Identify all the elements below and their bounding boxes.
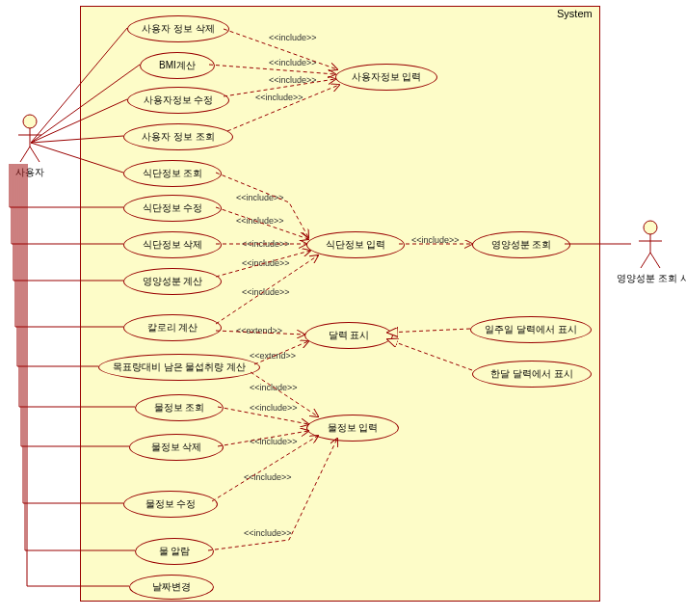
usecase-input-water: 물정보 입력	[306, 415, 399, 442]
stereo-include-water-3: <<include>>	[249, 437, 299, 446]
stereo-include-3: <<include>>	[268, 75, 318, 85]
stereo-include-diet-1: <<include>>	[235, 193, 285, 202]
stereo-include-water-2: <<include>>	[249, 403, 299, 413]
stereo-include-diet-5: <<include>>	[241, 287, 291, 297]
usecase-view-nutrition: 영양성분 조회	[472, 231, 570, 258]
stereo-include-water-5: <<include>>	[243, 528, 293, 538]
usecase-view-water: 물정보 조회	[135, 394, 224, 421]
stereo-include-nutrition-view: <<include>>	[410, 235, 461, 245]
usecase-edit-user: 사용자정보 수정	[127, 87, 229, 114]
usecase-input-user: 사용자정보 입력	[335, 64, 437, 91]
usecase-water-alarm: 물 알람	[135, 538, 214, 565]
actor-user: 사용자	[6, 114, 54, 179]
stereo-include-diet-3: <<include>>	[241, 239, 291, 249]
actor-nutrition-system: 영양성분 조회 시스템	[617, 220, 684, 285]
usecase-edit-water: 물정보 수정	[123, 491, 218, 518]
usecase-view-diet: 식단정보 조회	[123, 160, 222, 187]
svg-line-9	[650, 253, 660, 268]
stereo-include-4: <<include>>	[254, 93, 304, 102]
usecase-calc-nutrition: 영양성분 계산	[123, 268, 222, 295]
usecase-delete-diet: 식단정보 삭제	[123, 231, 222, 258]
stereo-include-2: <<include>>	[268, 58, 318, 67]
actor-user-label: 사용자	[6, 166, 54, 179]
svg-point-0	[23, 115, 37, 128]
usecase-calc-calorie: 칼로리 계산	[123, 314, 222, 341]
stereo-extend-2: <<extend>>	[249, 351, 297, 361]
svg-line-8	[641, 253, 650, 268]
svg-point-5	[644, 221, 657, 234]
actor-nutrition-system-label: 영양성분 조회 시스템	[617, 272, 684, 285]
usecase-edit-diet: 식단정보 수정	[123, 195, 222, 222]
usecase-calendar-show: 달력 표시	[304, 322, 393, 349]
stereo-include-water-1: <<include>>	[249, 383, 299, 392]
usecase-view-user: 사용자 정보 조회	[123, 123, 233, 150]
diagram-canvas: System 사용자 영양성분 조회 시스템 사용자 정보 삭제 BMI계산 사…	[0, 0, 686, 616]
usecase-bmi-calc: BMI계산	[140, 52, 215, 79]
usecase-month-calendar: 한달 달력에서 표시	[472, 361, 592, 388]
usecase-input-diet: 식단정보 입력	[306, 231, 405, 258]
svg-line-3	[20, 147, 30, 162]
usecase-delete-user: 사용자 정보 삭제	[127, 15, 229, 42]
stereo-include-diet-2: <<include>>	[235, 216, 285, 226]
stereo-include-diet-4: <<include>>	[241, 258, 291, 268]
usecase-change-date: 날짜변경	[129, 575, 214, 600]
usecase-goal-water: 목표량대비 남은 물섭취량 계산	[98, 354, 260, 381]
system-label: System	[557, 8, 593, 19]
usecase-week-calendar: 일주일 달력에서 표시	[470, 316, 592, 343]
svg-line-4	[30, 147, 40, 162]
stereo-extend-1: <<extend>>	[235, 326, 283, 335]
usecase-delete-water: 물정보 삭제	[129, 434, 224, 461]
stereo-include-1: <<include>>	[268, 33, 318, 42]
stereo-include-water-4: <<include>>	[243, 472, 293, 482]
